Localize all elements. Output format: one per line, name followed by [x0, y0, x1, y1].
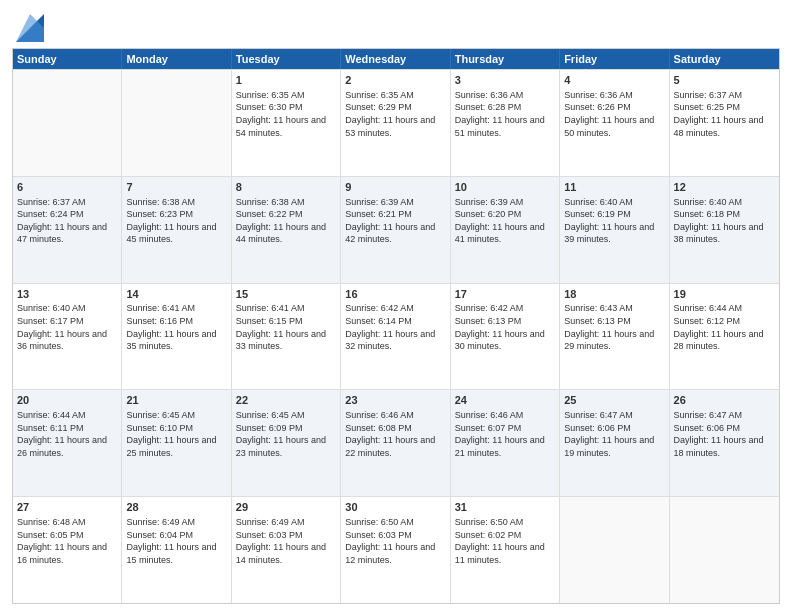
day-number: 24 — [455, 393, 555, 408]
day-number: 21 — [126, 393, 226, 408]
calendar-cell: 17 Sunrise: 6:42 AMSunset: 6:13 PMDaylig… — [451, 284, 560, 390]
day-number: 4 — [564, 73, 664, 88]
calendar-header: SundayMondayTuesdayWednesdayThursdayFrid… — [13, 49, 779, 69]
weekday-header: Wednesday — [341, 49, 450, 69]
day-number: 17 — [455, 287, 555, 302]
day-number: 20 — [17, 393, 117, 408]
cell-detail: Sunrise: 6:41 AMSunset: 6:16 PMDaylight:… — [126, 302, 226, 352]
logo — [12, 14, 44, 42]
cell-detail: Sunrise: 6:49 AMSunset: 6:03 PMDaylight:… — [236, 516, 336, 566]
cell-detail: Sunrise: 6:48 AMSunset: 6:05 PMDaylight:… — [17, 516, 117, 566]
calendar-cell: 26 Sunrise: 6:47 AMSunset: 6:06 PMDaylig… — [670, 390, 779, 496]
cell-detail: Sunrise: 6:46 AMSunset: 6:07 PMDaylight:… — [455, 409, 555, 459]
calendar-cell: 20 Sunrise: 6:44 AMSunset: 6:11 PMDaylig… — [13, 390, 122, 496]
calendar-week: 6 Sunrise: 6:37 AMSunset: 6:24 PMDayligh… — [13, 176, 779, 283]
calendar-week: 13 Sunrise: 6:40 AMSunset: 6:17 PMDaylig… — [13, 283, 779, 390]
day-number: 16 — [345, 287, 445, 302]
cell-detail: Sunrise: 6:44 AMSunset: 6:12 PMDaylight:… — [674, 302, 775, 352]
cell-detail: Sunrise: 6:36 AMSunset: 6:26 PMDaylight:… — [564, 89, 664, 139]
calendar-cell: 6 Sunrise: 6:37 AMSunset: 6:24 PMDayligh… — [13, 177, 122, 283]
cell-detail: Sunrise: 6:43 AMSunset: 6:13 PMDaylight:… — [564, 302, 664, 352]
calendar-cell: 19 Sunrise: 6:44 AMSunset: 6:12 PMDaylig… — [670, 284, 779, 390]
day-number: 27 — [17, 500, 117, 515]
calendar-cell: 23 Sunrise: 6:46 AMSunset: 6:08 PMDaylig… — [341, 390, 450, 496]
day-number: 29 — [236, 500, 336, 515]
cell-detail: Sunrise: 6:49 AMSunset: 6:04 PMDaylight:… — [126, 516, 226, 566]
calendar-cell: 4 Sunrise: 6:36 AMSunset: 6:26 PMDayligh… — [560, 70, 669, 176]
calendar-cell: 10 Sunrise: 6:39 AMSunset: 6:20 PMDaylig… — [451, 177, 560, 283]
calendar-cell: 11 Sunrise: 6:40 AMSunset: 6:19 PMDaylig… — [560, 177, 669, 283]
calendar-cell: 5 Sunrise: 6:37 AMSunset: 6:25 PMDayligh… — [670, 70, 779, 176]
cell-detail: Sunrise: 6:42 AMSunset: 6:13 PMDaylight:… — [455, 302, 555, 352]
day-number: 22 — [236, 393, 336, 408]
day-number: 23 — [345, 393, 445, 408]
day-number: 9 — [345, 180, 445, 195]
cell-detail: Sunrise: 6:46 AMSunset: 6:08 PMDaylight:… — [345, 409, 445, 459]
day-number: 2 — [345, 73, 445, 88]
calendar-cell — [13, 70, 122, 176]
day-number: 8 — [236, 180, 336, 195]
calendar-cell — [670, 497, 779, 603]
calendar-cell: 27 Sunrise: 6:48 AMSunset: 6:05 PMDaylig… — [13, 497, 122, 603]
weekday-header: Thursday — [451, 49, 560, 69]
day-number: 25 — [564, 393, 664, 408]
calendar-week: 27 Sunrise: 6:48 AMSunset: 6:05 PMDaylig… — [13, 496, 779, 603]
cell-detail: Sunrise: 6:50 AMSunset: 6:02 PMDaylight:… — [455, 516, 555, 566]
calendar-week: 1 Sunrise: 6:35 AMSunset: 6:30 PMDayligh… — [13, 69, 779, 176]
header — [12, 10, 780, 42]
calendar-cell: 7 Sunrise: 6:38 AMSunset: 6:23 PMDayligh… — [122, 177, 231, 283]
calendar-cell: 1 Sunrise: 6:35 AMSunset: 6:30 PMDayligh… — [232, 70, 341, 176]
calendar-cell: 12 Sunrise: 6:40 AMSunset: 6:18 PMDaylig… — [670, 177, 779, 283]
calendar-cell: 18 Sunrise: 6:43 AMSunset: 6:13 PMDaylig… — [560, 284, 669, 390]
calendar-body: 1 Sunrise: 6:35 AMSunset: 6:30 PMDayligh… — [13, 69, 779, 603]
day-number: 28 — [126, 500, 226, 515]
calendar-container: SundayMondayTuesdayWednesdayThursdayFrid… — [0, 0, 792, 612]
cell-detail: Sunrise: 6:40 AMSunset: 6:17 PMDaylight:… — [17, 302, 117, 352]
calendar-cell: 22 Sunrise: 6:45 AMSunset: 6:09 PMDaylig… — [232, 390, 341, 496]
calendar-cell: 13 Sunrise: 6:40 AMSunset: 6:17 PMDaylig… — [13, 284, 122, 390]
calendar-week: 20 Sunrise: 6:44 AMSunset: 6:11 PMDaylig… — [13, 389, 779, 496]
calendar-cell: 24 Sunrise: 6:46 AMSunset: 6:07 PMDaylig… — [451, 390, 560, 496]
cell-detail: Sunrise: 6:39 AMSunset: 6:21 PMDaylight:… — [345, 196, 445, 246]
day-number: 10 — [455, 180, 555, 195]
day-number: 13 — [17, 287, 117, 302]
weekday-header: Saturday — [670, 49, 779, 69]
calendar-cell: 21 Sunrise: 6:45 AMSunset: 6:10 PMDaylig… — [122, 390, 231, 496]
calendar-cell: 2 Sunrise: 6:35 AMSunset: 6:29 PMDayligh… — [341, 70, 450, 176]
cell-detail: Sunrise: 6:35 AMSunset: 6:30 PMDaylight:… — [236, 89, 336, 139]
calendar-cell: 9 Sunrise: 6:39 AMSunset: 6:21 PMDayligh… — [341, 177, 450, 283]
calendar-cell: 8 Sunrise: 6:38 AMSunset: 6:22 PMDayligh… — [232, 177, 341, 283]
day-number: 7 — [126, 180, 226, 195]
cell-detail: Sunrise: 6:47 AMSunset: 6:06 PMDaylight:… — [564, 409, 664, 459]
day-number: 12 — [674, 180, 775, 195]
calendar-cell — [122, 70, 231, 176]
calendar: SundayMondayTuesdayWednesdayThursdayFrid… — [12, 48, 780, 604]
day-number: 31 — [455, 500, 555, 515]
calendar-cell: 29 Sunrise: 6:49 AMSunset: 6:03 PMDaylig… — [232, 497, 341, 603]
cell-detail: Sunrise: 6:35 AMSunset: 6:29 PMDaylight:… — [345, 89, 445, 139]
calendar-cell: 3 Sunrise: 6:36 AMSunset: 6:28 PMDayligh… — [451, 70, 560, 176]
cell-detail: Sunrise: 6:42 AMSunset: 6:14 PMDaylight:… — [345, 302, 445, 352]
cell-detail: Sunrise: 6:37 AMSunset: 6:24 PMDaylight:… — [17, 196, 117, 246]
calendar-cell: 25 Sunrise: 6:47 AMSunset: 6:06 PMDaylig… — [560, 390, 669, 496]
cell-detail: Sunrise: 6:41 AMSunset: 6:15 PMDaylight:… — [236, 302, 336, 352]
weekday-header: Sunday — [13, 49, 122, 69]
calendar-cell: 30 Sunrise: 6:50 AMSunset: 6:03 PMDaylig… — [341, 497, 450, 603]
day-number: 11 — [564, 180, 664, 195]
cell-detail: Sunrise: 6:40 AMSunset: 6:19 PMDaylight:… — [564, 196, 664, 246]
day-number: 6 — [17, 180, 117, 195]
calendar-cell: 28 Sunrise: 6:49 AMSunset: 6:04 PMDaylig… — [122, 497, 231, 603]
weekday-header: Friday — [560, 49, 669, 69]
cell-detail: Sunrise: 6:45 AMSunset: 6:10 PMDaylight:… — [126, 409, 226, 459]
cell-detail: Sunrise: 6:47 AMSunset: 6:06 PMDaylight:… — [674, 409, 775, 459]
cell-detail: Sunrise: 6:36 AMSunset: 6:28 PMDaylight:… — [455, 89, 555, 139]
day-number: 19 — [674, 287, 775, 302]
calendar-cell: 31 Sunrise: 6:50 AMSunset: 6:02 PMDaylig… — [451, 497, 560, 603]
calendar-cell: 16 Sunrise: 6:42 AMSunset: 6:14 PMDaylig… — [341, 284, 450, 390]
cell-detail: Sunrise: 6:37 AMSunset: 6:25 PMDaylight:… — [674, 89, 775, 139]
cell-detail: Sunrise: 6:44 AMSunset: 6:11 PMDaylight:… — [17, 409, 117, 459]
cell-detail: Sunrise: 6:40 AMSunset: 6:18 PMDaylight:… — [674, 196, 775, 246]
day-number: 30 — [345, 500, 445, 515]
cell-detail: Sunrise: 6:38 AMSunset: 6:23 PMDaylight:… — [126, 196, 226, 246]
day-number: 15 — [236, 287, 336, 302]
